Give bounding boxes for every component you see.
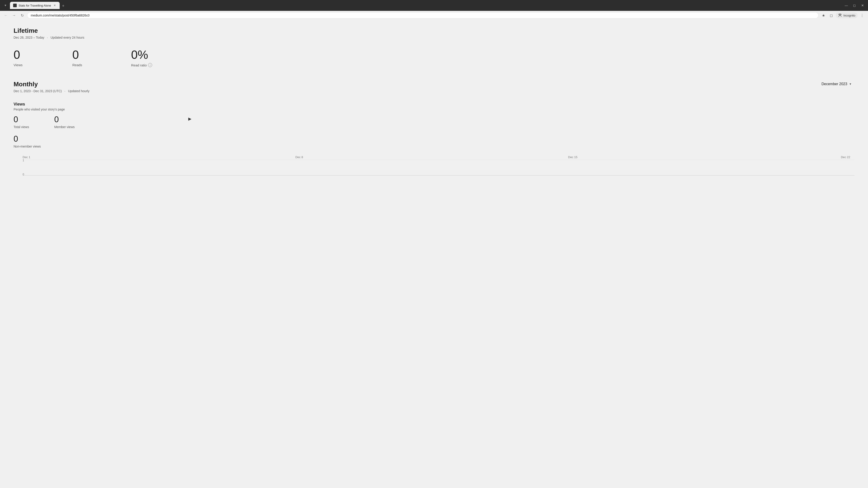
lifetime-title: Lifetime: [13, 27, 855, 34]
address-bar-row: ← → ↻ ★ ◻ Incognito ⋮: [0, 11, 868, 20]
monthly-date-range: Dec 1, 2023 - Dec 31, 2023 (UTC): [13, 89, 62, 93]
window-minimize-button[interactable]: —: [844, 3, 849, 8]
tab-group-expand-icon[interactable]: ▼: [3, 3, 8, 8]
chart-stats-row: 0 Total views 0 Member views: [13, 115, 855, 129]
monthly-dot: ·: [64, 89, 65, 93]
chart-grid: 1 0: [23, 160, 855, 175]
chart-x-label-1: Dec 1: [23, 156, 36, 159]
read-ratio-info-icon[interactable]: i: [148, 63, 152, 67]
lifetime-stats-row: 0 Views 0 Reads 0% Read ratio i: [13, 48, 855, 67]
browser-titlebar: ▼ Stats for Travelling Alone ✕ + — ◻ ✕: [0, 0, 868, 11]
browser-tab-bar: Stats for Travelling Alone ✕ +: [10, 2, 842, 9]
lifetime-subtitle: Dec 26, 2023 – Today · Updated every 24 …: [13, 36, 855, 39]
views-value: 0: [13, 48, 59, 61]
views-chart: Dec 1 Dec 8 Dec 15 Dec 22 1 0: [13, 156, 855, 175]
lifetime-date-range: Dec 26, 2023 – Today: [13, 36, 44, 39]
subtitle-dot: ·: [47, 36, 48, 39]
total-views-label: Total views: [13, 125, 41, 129]
non-member-views-label: Non-member views: [13, 144, 855, 148]
page-content: Lifetime Dec 26, 2023 – Today · Updated …: [0, 20, 868, 481]
back-button[interactable]: ←: [3, 12, 9, 19]
chart-section-title: Views: [13, 102, 855, 107]
incognito-icon: [838, 13, 842, 18]
chart-y-max-label: 1: [23, 159, 24, 162]
member-views-stat: 0 Member views: [54, 115, 81, 129]
more-options-button[interactable]: ⋮: [859, 12, 865, 19]
forward-button[interactable]: →: [11, 12, 17, 19]
address-input[interactable]: [27, 12, 818, 19]
chart-y-min-label: 0: [23, 173, 24, 176]
read-ratio-label: Read ratio i: [131, 63, 176, 67]
monthly-title: Monthly: [13, 80, 90, 88]
monthly-update-note: Updated hourly: [68, 89, 90, 93]
tab-title: Stats for Travelling Alone: [19, 4, 51, 7]
non-member-views-stat: 0 Non-member views: [13, 134, 855, 148]
monthly-section: Monthly Dec 1, 2023 - Dec 31, 2023 (UTC)…: [13, 80, 855, 175]
tab-favicon: [13, 4, 17, 7]
month-selector-label: December 2023: [822, 82, 847, 86]
incognito-badge[interactable]: Incognito: [836, 12, 858, 18]
chart-x-label-2: Dec 8: [296, 156, 309, 159]
monthly-header: Monthly Dec 1, 2023 - Dec 31, 2023 (UTC)…: [13, 80, 855, 93]
chart-area: Dec 1 Dec 8 Dec 15 Dec 22 1 0: [23, 156, 855, 175]
new-tab-button[interactable]: +: [60, 3, 66, 9]
total-views-stat: 0 Total views: [13, 115, 41, 129]
window-controls: — ◻ ✕: [844, 3, 865, 8]
chart-section-description: People who visited your story's page: [13, 107, 855, 111]
views-label: Views: [13, 63, 59, 67]
chart-topline: [23, 160, 855, 160]
chart-x-label-3: Dec 15: [568, 156, 582, 159]
views-chart-section: Views People who visited your story's pa…: [13, 102, 855, 175]
member-views-value: 0: [54, 115, 81, 124]
browser-chrome: ▼ Stats for Travelling Alone ✕ + — ◻ ✕ ←…: [0, 0, 868, 20]
browser-window-controls-left: ▼: [3, 3, 8, 8]
member-views-label: Member views: [54, 125, 81, 129]
reload-button[interactable]: ↻: [19, 12, 25, 19]
bookmark-button[interactable]: ★: [820, 12, 827, 19]
read-ratio-stat: 0% Read ratio i: [131, 48, 176, 67]
tab-close-button[interactable]: ✕: [53, 4, 57, 7]
reads-label: Reads: [72, 63, 118, 67]
reader-mode-button[interactable]: ◻: [828, 12, 834, 19]
window-restore-button[interactable]: ◻: [852, 3, 857, 8]
incognito-label: Incognito: [843, 14, 855, 17]
active-tab[interactable]: Stats for Travelling Alone ✕: [10, 2, 60, 9]
chart-x-label-4: Dec 22: [841, 156, 855, 159]
chevron-down-icon: ▼: [849, 83, 852, 86]
monthly-subtitle: Dec 1, 2023 - Dec 31, 2023 (UTC) · Updat…: [13, 89, 90, 93]
address-bar-actions: ★ ◻ Incognito ⋮: [820, 12, 865, 19]
monthly-title-group: Monthly Dec 1, 2023 - Dec 31, 2023 (UTC)…: [13, 80, 90, 93]
month-selector-button[interactable]: December 2023 ▼: [819, 80, 855, 88]
total-views-value: 0: [13, 115, 41, 124]
lifetime-section: Lifetime Dec 26, 2023 – Today · Updated …: [13, 27, 855, 67]
chart-header: Views People who visited your story's pa…: [13, 102, 855, 111]
non-member-views-value: 0: [13, 134, 855, 144]
reads-value: 0: [72, 48, 118, 61]
views-stat: 0 Views: [13, 48, 59, 67]
window-close-button[interactable]: ✕: [860, 3, 865, 8]
read-ratio-value: 0%: [131, 48, 176, 61]
lifetime-update-note: Updated every 24 hours: [51, 36, 84, 39]
svg-point-0: [839, 14, 841, 15]
chart-x-labels: Dec 1 Dec 8 Dec 15 Dec 22: [23, 156, 855, 159]
reads-stat: 0 Reads: [72, 48, 118, 67]
